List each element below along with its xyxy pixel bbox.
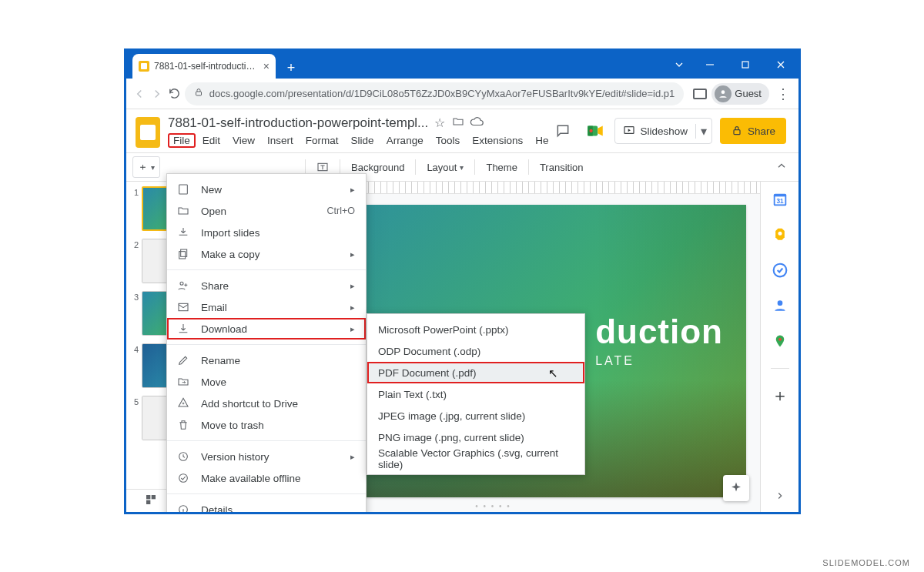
- slideshow-button[interactable]: Slideshow ▾: [614, 118, 712, 144]
- close-button[interactable]: [763, 52, 798, 77]
- import-icon: [176, 226, 190, 239]
- svg-point-6: [590, 129, 593, 132]
- share-button[interactable]: Share: [720, 118, 786, 144]
- svg-point-15: [777, 300, 782, 306]
- maximize-button[interactable]: [728, 52, 763, 77]
- slideshow-label: Slideshow: [640, 125, 688, 137]
- side-panel-collapse-icon[interactable]: [772, 487, 788, 504]
- svg-rect-27: [179, 303, 188, 310]
- download-jpeg[interactable]: JPEG image (.jpg, current slide): [367, 405, 584, 426]
- tb-theme[interactable]: Theme: [480, 156, 523, 178]
- menu-edit[interactable]: Edit: [197, 133, 226, 148]
- cloud-status-icon[interactable]: [470, 115, 484, 132]
- history-icon: [176, 450, 190, 463]
- menu-file[interactable]: File: [168, 133, 196, 148]
- tb-transition[interactable]: Transition: [534, 156, 590, 178]
- file-menu-email[interactable]: Email▸: [167, 296, 366, 318]
- slide-number: 3: [129, 291, 139, 336]
- new-slide-button[interactable]: ＋ ▾: [132, 156, 160, 178]
- tb-layout[interactable]: Layout▾: [420, 156, 470, 178]
- star-icon[interactable]: ☆: [433, 115, 447, 130]
- slides-logo-icon[interactable]: [136, 117, 160, 148]
- tab-search-icon[interactable]: [666, 52, 692, 77]
- move-icon: [176, 375, 190, 389]
- omnibox[interactable]: docs.google.com/presentation/d/1D9CiL08o…: [185, 82, 684, 105]
- svg-point-13: [778, 232, 782, 236]
- doc-title[interactable]: 7881-01-self-introduction-powerpoint-tem…: [168, 115, 428, 131]
- share-icon: [176, 279, 190, 293]
- file-menu-import-slides[interactable]: Import slides: [167, 222, 366, 243]
- slide-number: 4: [129, 343, 139, 388]
- collapse-toolbar-icon[interactable]: [771, 160, 792, 175]
- move-folder-icon[interactable]: [451, 115, 465, 131]
- contacts-icon[interactable]: [772, 297, 788, 314]
- file-menu-offline[interactable]: Make available offline: [167, 467, 366, 489]
- menu-arrange[interactable]: Arrange: [381, 133, 429, 148]
- svg-rect-19: [146, 500, 150, 503]
- lock-icon: [194, 88, 203, 99]
- download-pdf[interactable]: PDF Document (.pdf) ↖: [367, 362, 584, 383]
- avatar-icon: [715, 85, 732, 102]
- file-menu-details[interactable]: Details: [167, 499, 366, 512]
- svg-point-16: [778, 338, 782, 341]
- file-menu-add-shortcut[interactable]: Add shortcut to Drive: [167, 393, 366, 414]
- file-menu-version-history[interactable]: Version history▸: [167, 446, 366, 467]
- new-icon: [176, 182, 190, 196]
- browser-tab[interactable]: 7881-01-self-introduction-powe ×: [132, 54, 276, 79]
- download-odp[interactable]: ODP Document (.odp): [367, 340, 584, 362]
- file-menu-trash[interactable]: Move to trash: [167, 414, 366, 436]
- slides-app: 7881-01-self-introduction-powerpoint-tem…: [126, 109, 798, 512]
- menu-format[interactable]: Format: [300, 133, 344, 148]
- side-panel: 31 ＋: [760, 182, 798, 512]
- tasks-icon[interactable]: [772, 262, 788, 279]
- copy-icon: [176, 247, 190, 261]
- file-menu-download[interactable]: Download▸: [167, 318, 366, 340]
- file-menu-make-copy[interactable]: Make a copy▸: [167, 243, 366, 265]
- email-icon: [176, 300, 190, 314]
- file-menu-share[interactable]: Share▸: [167, 275, 366, 296]
- svg-text:31: 31: [776, 198, 784, 205]
- menu-extensions[interactable]: Extensions: [467, 133, 528, 148]
- file-menu-new[interactable]: New▸: [167, 179, 366, 200]
- slide-number: 5: [129, 396, 139, 440]
- addons-plus-icon[interactable]: ＋: [772, 387, 788, 404]
- trash-icon: [176, 418, 190, 432]
- tab-close-icon[interactable]: ×: [263, 61, 270, 72]
- download-submenu: Microsoft PowerPoint (.pptx) ODP Documen…: [367, 313, 585, 475]
- menu-view[interactable]: View: [227, 133, 260, 148]
- download-svg[interactable]: Scalable Vector Graphics (.svg, current …: [367, 448, 584, 470]
- svg-point-3: [721, 90, 725, 94]
- slideshow-caret-icon[interactable]: ▾: [695, 124, 711, 139]
- offline-icon: [176, 471, 190, 485]
- calendar-icon[interactable]: 31: [772, 191, 788, 208]
- download-pptx[interactable]: Microsoft PowerPoint (.pptx): [367, 319, 584, 340]
- menu-tools[interactable]: Tools: [430, 133, 466, 148]
- download-txt[interactable]: Plain Text (.txt): [367, 383, 584, 405]
- nav-back-icon[interactable]: [132, 82, 147, 105]
- file-menu-open[interactable]: OpenCtrl+O: [167, 200, 366, 222]
- lock-icon: [731, 125, 743, 137]
- profile-chip[interactable]: Guest: [711, 83, 769, 105]
- reading-list-icon[interactable]: [693, 89, 707, 99]
- download-png[interactable]: PNG image (.png, current slide): [367, 426, 584, 448]
- nav-reload-icon[interactable]: [167, 82, 182, 105]
- file-menu-rename[interactable]: Rename: [167, 350, 366, 371]
- browser-window: 7881-01-self-introduction-powe × + docs.…: [124, 49, 801, 514]
- slide-text: duction LATE: [595, 313, 723, 368]
- file-menu-move[interactable]: Move: [167, 371, 366, 393]
- grid-view-icon[interactable]: [145, 493, 157, 509]
- menu-slide[interactable]: Slide: [346, 133, 380, 148]
- svg-point-29: [179, 474, 188, 483]
- nav-forward-icon[interactable]: [150, 82, 165, 105]
- meet-icon[interactable]: [584, 119, 607, 142]
- comments-icon[interactable]: [550, 118, 576, 144]
- keep-icon[interactable]: [772, 226, 788, 243]
- browser-menu-icon[interactable]: ⋮: [774, 85, 792, 102]
- minimize-button[interactable]: [692, 52, 728, 77]
- new-tab-button[interactable]: +: [280, 57, 302, 79]
- speaker-notes-handle[interactable]: • • • • •: [475, 502, 511, 510]
- explore-button[interactable]: [723, 475, 749, 501]
- maps-icon[interactable]: [772, 333, 788, 350]
- svg-rect-8: [734, 130, 740, 135]
- menu-insert[interactable]: Insert: [262, 133, 299, 148]
